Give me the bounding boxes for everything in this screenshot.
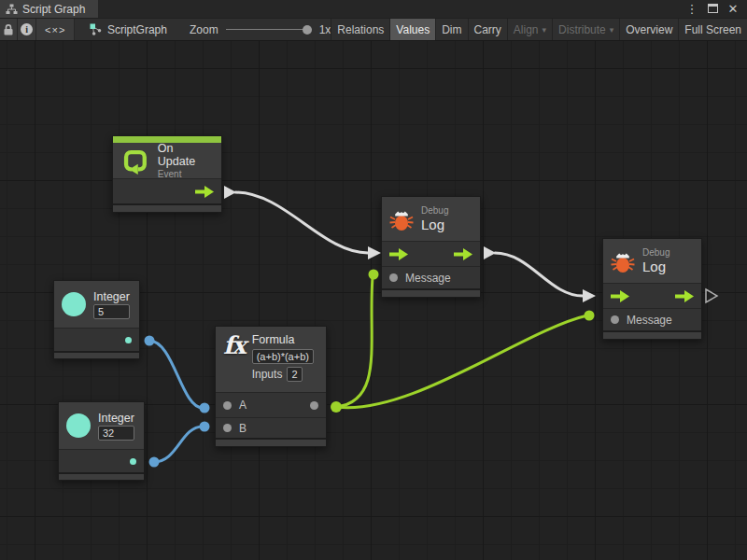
node-header: Integer 5 — [54, 281, 139, 328]
zoom-slider-handle[interactable] — [303, 25, 312, 35]
port-label: A — [239, 399, 247, 412]
control-output-port[interactable] — [195, 186, 214, 198]
value-output-port[interactable] — [130, 458, 136, 465]
control-output-port[interactable] — [675, 290, 694, 302]
node-kind: Debug — [642, 247, 669, 258]
control-row — [603, 283, 701, 308]
distribute-button[interactable]: Distribute — [552, 19, 619, 40]
formula-expression-field[interactable]: (a+b)*(a+b) — [252, 349, 314, 364]
fullscreen-button[interactable]: Full Screen — [678, 19, 747, 40]
toolbar-buttons: Relations Values Dim Carry Align Distrib… — [331, 19, 747, 40]
node-integer-5[interactable]: Integer 5 — [53, 280, 140, 359]
values-button[interactable]: Values — [389, 19, 435, 40]
wire-endpoint — [149, 457, 160, 468]
control-row — [382, 241, 480, 266]
node-formula[interactable]: fx Formula (a+b)*(a+b) Inputs 2 A B — [215, 326, 327, 447]
value-output-port[interactable] — [310, 401, 318, 410]
info-icon: i — [21, 23, 33, 35]
wire-endpoint — [369, 270, 379, 280]
input-row-b: B — [216, 417, 326, 438]
node-on-update[interactable]: On Update Event — [112, 135, 222, 213]
node-integer-32[interactable]: Integer 32 — [58, 401, 145, 481]
node-header: Debug Log — [382, 197, 480, 241]
integer-icon — [62, 292, 86, 316]
log2-output-triangle — [706, 289, 717, 302]
maximize-icon[interactable] — [704, 2, 721, 16]
graph-breadcrumb[interactable]: ScriptGraph — [90, 19, 167, 40]
wire-endpoint — [200, 403, 210, 413]
tab-script-graph[interactable]: Script Graph — [0, 0, 98, 18]
script-graph-window: Script Graph ⋮ ✕ i <×> — [0, 0, 747, 560]
output-row — [54, 328, 139, 351]
node-footer — [59, 472, 144, 480]
wire-int32-to-formula-b — [154, 427, 203, 462]
control-output-port[interactable] — [454, 248, 472, 260]
port-label: Message — [405, 272, 451, 285]
output-row — [59, 449, 144, 472]
zoom-control: Zoom 1x — [190, 19, 331, 40]
code-icon: <×> — [45, 24, 65, 35]
node-footer — [216, 438, 326, 446]
node-title: Log — [642, 259, 669, 274]
node-subtitle: Event — [158, 169, 214, 179]
node-title: Integer — [93, 290, 130, 303]
inputs-count-field[interactable]: 2 — [287, 367, 302, 382]
wire-arrowhead — [368, 246, 381, 259]
value-input-port-a[interactable] — [223, 401, 232, 410]
message-row: Message — [382, 266, 480, 288]
graph-canvas[interactable]: On Update Event — [0, 41, 747, 560]
script-graph-icon — [90, 23, 102, 35]
message-row: Message — [603, 308, 701, 330]
tab-title: Script Graph — [22, 3, 85, 16]
align-button[interactable]: Align — [507, 19, 552, 40]
wire-endpoint — [331, 401, 342, 413]
info-button[interactable]: i — [18, 19, 36, 40]
node-footer — [603, 330, 701, 339]
window-controls: ⋮ ✕ — [684, 0, 747, 18]
control-input-port[interactable] — [611, 290, 629, 302]
value-input-port[interactable] — [611, 315, 619, 324]
wire-int5-to-formula-a — [149, 341, 203, 408]
node-debug-log-1[interactable]: Debug Log Message — [381, 196, 481, 298]
menu-icon[interactable]: ⋮ — [684, 2, 700, 16]
node-header: On Update Event — [113, 143, 221, 178]
node-debug-log-2[interactable]: Debug Log Message — [602, 238, 702, 340]
wire-endpoint — [145, 336, 155, 346]
node-title: Log — [421, 217, 448, 232]
zoom-slider[interactable] — [226, 24, 312, 35]
value-input-port[interactable] — [389, 273, 398, 282]
inputs-label: Inputs — [252, 368, 283, 381]
graph-toolbar: i <×> ScriptGraph Zoom 1x Relations Valu… — [0, 18, 747, 41]
node-title: Formula — [252, 333, 314, 346]
code-button[interactable]: <×> — [36, 19, 75, 40]
close-icon[interactable]: ✕ — [725, 2, 741, 16]
node-footer — [382, 288, 480, 297]
control-output-row — [113, 178, 221, 203]
node-header: fx Formula (a+b)*(a+b) Inputs 2 — [216, 327, 326, 392]
wire-log1-to-log2 — [495, 253, 583, 296]
overview-button[interactable]: Overview — [619, 19, 678, 40]
input-row-a: A — [216, 392, 326, 417]
dim-button[interactable]: Dim — [435, 19, 467, 40]
value-input-port-b[interactable] — [223, 424, 232, 432]
formula-fx-icon: fx — [223, 333, 245, 357]
node-footer — [54, 351, 139, 358]
wire-formula-to-log1-message — [336, 277, 373, 407]
graph-icon — [6, 4, 18, 15]
relations-button[interactable]: Relations — [331, 19, 389, 40]
log1-output-triangle — [484, 246, 496, 259]
zoom-label: Zoom — [190, 23, 218, 36]
carry-button[interactable]: Carry — [468, 19, 507, 40]
integer-value-field[interactable]: 32 — [98, 426, 134, 441]
wire-endpoint — [200, 422, 210, 432]
port-label: Message — [627, 314, 672, 327]
node-kind: Debug — [421, 205, 448, 216]
lock-icon — [3, 23, 14, 35]
wire-endpoint — [585, 311, 595, 321]
integer-value-field[interactable]: 5 — [93, 304, 130, 319]
control-input-port[interactable] — [389, 248, 408, 260]
value-output-port[interactable] — [125, 337, 132, 343]
lock-button[interactable] — [0, 19, 18, 40]
update-loop-icon — [120, 147, 150, 175]
bug-icon — [611, 249, 635, 273]
